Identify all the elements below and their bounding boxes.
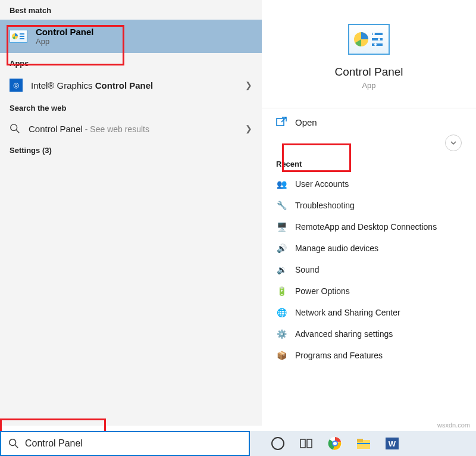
- detail-title: Control Panel: [334, 65, 403, 79]
- svg-rect-8: [372, 38, 383, 40]
- svg-rect-2: [20, 36, 24, 37]
- recent-item-sound[interactable]: 🔉Sound: [262, 259, 476, 280]
- svg-point-21: [333, 442, 337, 445]
- remoteapp-icon: 🖥️: [276, 221, 287, 232]
- svg-rect-18: [307, 439, 312, 448]
- taskbar-search-box[interactable]: [0, 431, 250, 456]
- recent-item-power-options[interactable]: 🔋Power Options: [262, 280, 476, 302]
- chrome-icon[interactable]: [327, 436, 343, 451]
- best-match-label: Best match: [0, 0, 262, 20]
- sound-icon: 🔉: [276, 264, 287, 275]
- search-input[interactable]: [25, 438, 242, 449]
- expand-chevron-button[interactable]: [445, 135, 462, 151]
- open-action[interactable]: Open: [262, 108, 476, 136]
- svg-point-4: [11, 124, 17, 131]
- recent-list: 👥User Accounts 🔧Troubleshooting 🖥️Remote…: [262, 173, 476, 366]
- apps-label: Apps: [0, 53, 262, 73]
- recent-item-advanced-sharing[interactable]: ⚙️Advanced sharing settings: [262, 323, 476, 345]
- best-match-text: Control Panel App: [36, 27, 94, 46]
- results-pane: Best match Control Panel App Apps ◎ Inte…: [0, 0, 262, 426]
- user-accounts-icon: 👥: [276, 179, 287, 189]
- recent-item-audio-devices[interactable]: 🔊Manage audio devices: [262, 238, 476, 259]
- intel-icon: ◎: [10, 79, 23, 92]
- svg-point-11: [378, 38, 380, 40]
- recent-label: Recent: [262, 136, 476, 173]
- best-match-result[interactable]: Control Panel App: [0, 20, 262, 53]
- svg-point-14: [10, 439, 16, 446]
- detail-sub: App: [362, 81, 375, 90]
- svg-rect-1: [20, 33, 24, 35]
- svg-rect-17: [300, 439, 305, 448]
- task-view-icon[interactable]: [299, 436, 314, 451]
- recent-item-remoteapp[interactable]: 🖥️RemoteApp and Desktop Connections: [262, 216, 476, 238]
- file-explorer-icon[interactable]: [356, 436, 371, 451]
- chevron-down-icon: [450, 139, 457, 146]
- detail-pane: Control Panel App Open Recent 👥User Acco…: [262, 0, 476, 426]
- recent-item-programs-features[interactable]: 📦Programs and Features: [262, 345, 476, 366]
- cortana-icon[interactable]: [270, 436, 286, 451]
- app-result-text: Intel® Graphics Control Panel: [31, 80, 237, 90]
- chevron-right-icon: ❯: [245, 80, 252, 90]
- svg-rect-13: [277, 118, 284, 126]
- web-result-text: Control Panel - See web results: [29, 124, 237, 134]
- svg-point-10: [372, 33, 375, 35]
- best-match-sub: App: [36, 37, 94, 46]
- detail-header: Control Panel App: [262, 0, 476, 108]
- sharing-icon: ⚙️: [276, 329, 287, 339]
- word-icon[interactable]: W: [384, 436, 400, 451]
- web-result[interactable]: Control Panel - See web results ❯: [0, 117, 262, 140]
- recent-item-troubleshooting[interactable]: 🔧Troubleshooting: [262, 195, 476, 216]
- taskbar-icons: W: [262, 431, 408, 456]
- chevron-right-icon: ❯: [245, 124, 252, 133]
- svg-rect-23: [357, 439, 363, 442]
- search-web-label: Search the web: [0, 98, 262, 117]
- troubleshooting-icon: 🔧: [276, 200, 287, 211]
- app-result-intel-graphics[interactable]: ◎ Intel® Graphics Control Panel ❯: [0, 73, 262, 98]
- settings-label[interactable]: Settings (3): [0, 140, 262, 160]
- audio-icon: 🔊: [276, 243, 287, 254]
- open-icon: [276, 117, 287, 127]
- svg-rect-9: [372, 43, 383, 46]
- power-icon: 🔋: [276, 286, 287, 296]
- search-icon: [8, 438, 19, 449]
- control-panel-icon: [10, 30, 27, 43]
- control-panel-icon: [348, 24, 390, 55]
- watermark: wsxdn.com: [437, 421, 470, 429]
- svg-text:W: W: [389, 439, 396, 448]
- network-icon: 🌐: [276, 307, 287, 318]
- search-icon: [10, 123, 20, 134]
- recent-item-network-sharing[interactable]: 🌐Network and Sharing Center: [262, 302, 476, 323]
- svg-point-16: [272, 438, 284, 449]
- svg-line-5: [17, 130, 20, 133]
- svg-point-12: [374, 43, 377, 46]
- best-match-title: Control Panel: [36, 27, 94, 37]
- svg-rect-24: [357, 443, 370, 444]
- svg-line-15: [15, 445, 18, 448]
- svg-rect-3: [20, 38, 24, 39]
- open-label: Open: [295, 117, 317, 127]
- programs-icon: 📦: [276, 350, 287, 361]
- recent-item-user-accounts[interactable]: 👥User Accounts: [262, 173, 476, 195]
